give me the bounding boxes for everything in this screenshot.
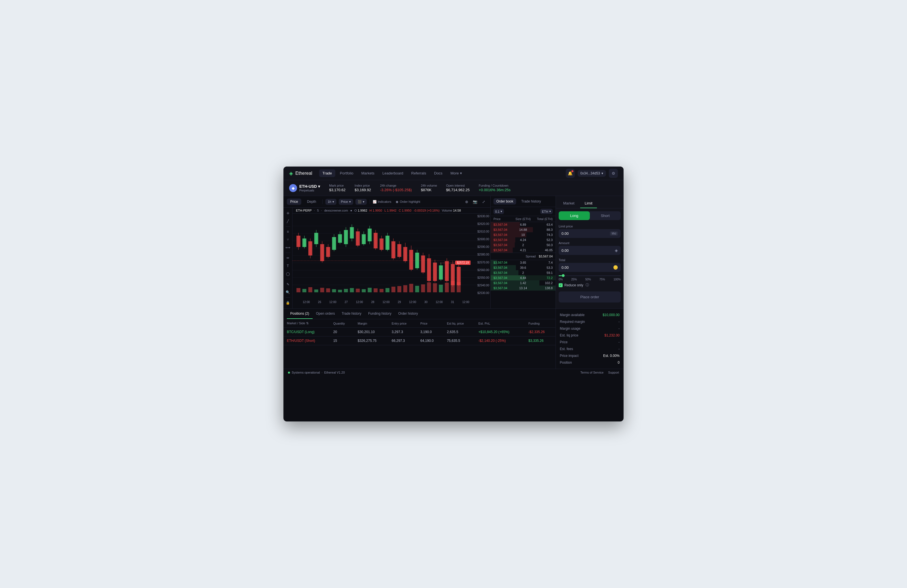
nav-item-more[interactable]: More ▾ [447, 169, 465, 177]
ob-bid-row[interactable]: $3,567.04 13.14 138.8 [490, 286, 556, 291]
asset-icon: ◆ [289, 184, 297, 192]
position-row-1[interactable]: ETH/USDT (Short) 15 $326,275.75 66,297.3… [284, 337, 556, 345]
horizontal-line-tool[interactable]: ≡ [285, 228, 292, 235]
funding-history-tab[interactable]: Funding history [365, 309, 395, 319]
total-input[interactable]: 0.00 🪙 [559, 263, 621, 272]
position-market-0: BTC/USDT (Long) [284, 328, 330, 337]
nav-item-trade[interactable]: Trade [319, 169, 335, 177]
chart-type-selector[interactable]: Price ▾ [339, 199, 353, 205]
measure-tool[interactable]: ⟺ [285, 244, 292, 251]
limit-price-field: Limit price 0.00 Mid [559, 225, 621, 238]
price-level-5: $2580.00 [471, 253, 490, 256]
direction-long[interactable]: Long [559, 211, 590, 220]
nav-item-docs[interactable]: Docs [431, 169, 446, 177]
ob-ask-row[interactable]: $3,567.04 14.88 88.3 [490, 227, 556, 232]
chart-toolbar: Price Depth 1h ▾ Price ▾ ⬛ ▾ [284, 196, 490, 208]
nav-item-referrals[interactable]: Referrals [408, 169, 430, 177]
support-link[interactable]: Support [608, 371, 619, 374]
col-market: Market / Side ⇅ [284, 319, 330, 328]
ticker-mark-price: Mark price $3,170.62 [329, 184, 346, 192]
magnify-icon[interactable]: ⊕ [463, 198, 470, 205]
order-history-tab[interactable]: Order history [395, 309, 421, 319]
svg-rect-67 [308, 287, 312, 292]
crosshair-tool[interactable]: ✛ [285, 210, 292, 217]
wallet-address[interactable]: 0x34...34d53 ▾ [578, 170, 606, 177]
positions-table: Market / Side ⇅ Quantity Margin Entry pr… [284, 319, 556, 345]
timeframe-selector[interactable]: 1h ▾ [325, 199, 336, 205]
nav-item-leaderboard[interactable]: Leaderboard [379, 169, 407, 177]
ob-ask-row[interactable]: $3,567.04 4.21 46.05 [490, 248, 556, 252]
circle-tool[interactable]: ◯ [285, 270, 292, 277]
ob-bid-row[interactable]: $3,567.04 4.44 72.2 [490, 275, 556, 280]
order-type-market[interactable]: Market [559, 199, 579, 208]
chart-tab-depth[interactable]: Depth [304, 198, 319, 205]
slider-thumb[interactable] [562, 274, 565, 277]
price-level-2: $2610.00 [471, 230, 490, 233]
ob-bid-row[interactable]: $3,567.04 1.42 102.2 [490, 280, 556, 286]
nav-item-portfolio[interactable]: Portfolio [337, 169, 357, 177]
toolbar-sep-2 [370, 200, 370, 204]
order-highlight-button[interactable]: ◉ Order highlight [396, 200, 420, 204]
trade-history-tab[interactable]: Trade history [338, 309, 365, 319]
place-order-button[interactable]: Place order [559, 291, 621, 302]
candle-type-selector[interactable]: ⬛ ▾ [356, 199, 367, 205]
reduce-only-help-icon[interactable]: ⓘ [586, 283, 589, 288]
trend-line-tool[interactable]: ╱ [285, 218, 292, 225]
ticker-bar: ◆ ETH-USD ▾ Perpetuals Mark price $3,170… [284, 180, 623, 196]
text-tool[interactable]: T [285, 262, 292, 269]
nav-item-markets[interactable]: Markets [358, 169, 378, 177]
camera-icon[interactable]: 📷 [472, 198, 478, 205]
position-row-0[interactable]: BTC/USDT (Long) 20 $30,201.10 3,297.3 3,… [284, 328, 556, 337]
direction-short[interactable]: Short [590, 211, 621, 220]
positions-tab[interactable]: Positions (2) [287, 309, 312, 319]
svg-rect-88 [433, 283, 437, 292]
indicators-button[interactable]: 📈 Indicators [373, 200, 391, 204]
edit-tool[interactable]: ✎ [285, 281, 292, 288]
ob-ask-row[interactable]: $3,567.04 6.89 63.4 [490, 222, 556, 227]
amount-slider[interactable] [559, 275, 621, 276]
terms-of-service-link[interactable]: Terms of Service [580, 371, 604, 374]
chart-tab-price[interactable]: Price [287, 198, 301, 205]
position-entry-1: 66,297.3 [388, 337, 417, 345]
total-currency-icon: 🪙 [613, 265, 618, 270]
position-market-1: ETH/USDT (Short) [284, 337, 330, 345]
chart-canvas[interactable]: ETH-PERP · 5 · dexscreener.com ● O 1.998… [293, 208, 490, 308]
nav-right: 🔔 0x34...34d53 ▾ ⚙ [566, 169, 618, 178]
pencil-tool[interactable]: ✏ [285, 255, 292, 261]
settings-button[interactable]: ⚙ [609, 169, 618, 178]
ob-bid-row[interactable]: $3,567.04 2 59.1 [490, 270, 556, 275]
ob-size-selector[interactable]: 0.1 ▾ [494, 209, 504, 214]
asset-selector[interactable]: ◆ ETH-USD ▾ Perpetuals [289, 184, 320, 192]
svg-rect-80 [386, 288, 389, 292]
ob-ask-row[interactable]: $3,567.04 4.24 52.3 [490, 237, 556, 243]
search-tool[interactable]: 🔍 [285, 289, 292, 296]
notification-dot [571, 170, 574, 172]
ob-ask-row[interactable]: $3,567.04 10 74.3 [490, 232, 556, 237]
order-type-limit[interactable]: Limit [580, 199, 597, 208]
position-qty-1: 15 [330, 337, 354, 345]
reduce-only-checkbox[interactable]: ✓ [559, 283, 562, 287]
ob-bid-row[interactable]: $3,567.04 39.6 53.3 [490, 265, 556, 270]
ob-tab-orderbook[interactable]: Order book [494, 198, 516, 205]
slider-labels: 0% 25% 50% 75% 100% [556, 278, 623, 281]
ob-bid-row[interactable]: $3,567.04 3.65 7.4 [490, 260, 556, 265]
ob-tab-tradehistory[interactable]: Trade history [518, 198, 544, 205]
amount-input[interactable]: 0.00 ◈ [559, 246, 621, 255]
open-orders-tab[interactable]: Open orders [312, 309, 338, 319]
lock-tool[interactable]: 🔒 [285, 299, 292, 306]
time-label-1: 26 [318, 300, 321, 304]
svg-rect-78 [373, 288, 378, 292]
time-label-6: 12:00 [382, 300, 389, 304]
candlestick-chart[interactable]: $2630.00 $2620.00 $2610.00 $2600.00 $259… [293, 214, 490, 304]
ticker-24h-volume: 24h volume $876K [421, 184, 437, 192]
nav-logo[interactable]: ◈ Ethereal [289, 170, 312, 176]
position-funding-1: $3,335.26 [525, 337, 556, 345]
ob-ask-row[interactable]: $3,567.04 2 50.3 [490, 243, 556, 248]
fork-tool[interactable]: ⑂ [285, 236, 292, 243]
notification-bell[interactable]: 🔔 [566, 169, 575, 178]
limit-price-input[interactable]: 0.00 Mid [559, 229, 621, 238]
expand-icon[interactable]: ⤢ [480, 198, 487, 205]
ob-currency-selector[interactable]: ETH ▾ [540, 209, 553, 214]
amount-slider-container [556, 273, 623, 278]
tool-sep-2 [286, 252, 290, 253]
